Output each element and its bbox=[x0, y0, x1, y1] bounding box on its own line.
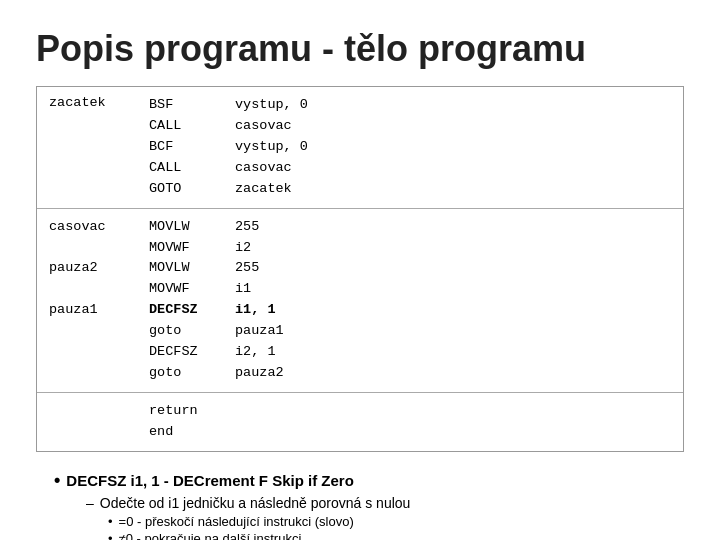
keyword: BCF bbox=[149, 137, 219, 158]
operand: pauza1 bbox=[235, 321, 284, 342]
instr-line: goto pauza1 bbox=[149, 321, 671, 342]
operand: vystup, 0 bbox=[235, 95, 308, 116]
instr-line: MOVLW 255 bbox=[149, 258, 671, 279]
keyword: MOVWF bbox=[149, 279, 219, 300]
instr-line: MOVLW 255 bbox=[149, 217, 671, 238]
keyword: DECFSZ bbox=[149, 300, 219, 321]
instr-line-bold: DECFSZ i1, 1 bbox=[149, 300, 671, 321]
label-empty bbox=[49, 401, 149, 443]
instr-line: end bbox=[149, 422, 671, 443]
instr-line: MOVWF i2 bbox=[149, 238, 671, 259]
keyword: MOVWF bbox=[149, 238, 219, 259]
bullet-main: DECFSZ i1, 1 - DECrement F Skip if Zero bbox=[54, 470, 684, 491]
keyword: return bbox=[149, 401, 219, 422]
keyword: CALL bbox=[149, 116, 219, 137]
sub-bullet-text: Odečte od i1 jedničku a následně porovná… bbox=[100, 495, 411, 511]
code-table: zacatek BSF vystup, 0 CALL casovac BCF v… bbox=[36, 86, 684, 452]
keyword: DECFSZ bbox=[149, 342, 219, 363]
label-pauza1: pauza1 bbox=[49, 300, 149, 321]
instr-line: BCF vystup, 0 bbox=[149, 137, 671, 158]
operand: zacatek bbox=[235, 179, 292, 200]
keyword: goto bbox=[149, 321, 219, 342]
label-zacatek: zacatek bbox=[49, 95, 149, 200]
operand: pauza2 bbox=[235, 363, 284, 384]
instructions-casovac-block: MOVLW 255 MOVWF i2 MOVLW 255 MOVWF i1 bbox=[149, 217, 671, 384]
instr-line: return bbox=[149, 401, 671, 422]
keyword: CALL bbox=[149, 158, 219, 179]
labels-col: casovac pauza2 pauza1 bbox=[49, 217, 149, 384]
operand: i2, 1 bbox=[235, 342, 276, 363]
keyword: GOTO bbox=[149, 179, 219, 200]
operand: i2 bbox=[235, 238, 251, 259]
sub-bullet: Odečte od i1 jedničku a následně porovná… bbox=[86, 495, 684, 511]
slide: Popis programu - tělo programu zacatek B… bbox=[0, 0, 720, 540]
operand: casovac bbox=[235, 158, 292, 179]
keyword: end bbox=[149, 422, 219, 443]
instr-line: CALL casovac bbox=[149, 158, 671, 179]
keyword: goto bbox=[149, 363, 219, 384]
instr-line: goto pauza2 bbox=[149, 363, 671, 384]
instructions-end: return end bbox=[149, 401, 671, 443]
instr-line: GOTO zacatek bbox=[149, 179, 671, 200]
label-casovac: casovac bbox=[49, 217, 149, 238]
keyword: MOVLW bbox=[149, 217, 219, 238]
bullet-main-text: DECFSZ i1, 1 - DECrement F Skip if Zero bbox=[66, 472, 354, 489]
instr-line: BSF vystup, 0 bbox=[149, 95, 671, 116]
bottom-section: DECFSZ i1, 1 - DECrement F Skip if Zero … bbox=[36, 470, 684, 540]
content-area: zacatek BSF vystup, 0 CALL casovac BCF v… bbox=[36, 86, 684, 540]
instructions-zacatek: BSF vystup, 0 CALL casovac BCF vystup, 0… bbox=[149, 95, 671, 200]
sub-sub-bullet-1: =0 - přeskočí následující instrukci (slo… bbox=[108, 514, 684, 529]
keyword: MOVLW bbox=[149, 258, 219, 279]
code-section-zacatek: zacatek BSF vystup, 0 CALL casovac BCF v… bbox=[37, 87, 683, 209]
operand: i1, 1 bbox=[235, 300, 276, 321]
code-section-end: return end bbox=[37, 393, 683, 451]
instr-line: MOVWF i1 bbox=[149, 279, 671, 300]
sub-sub-text-1: =0 - přeskočí následující instrukci (slo… bbox=[119, 514, 354, 529]
keyword: BSF bbox=[149, 95, 219, 116]
sub-sub-bullet-2: ≠0 - pokračuje na další instrukci bbox=[108, 531, 684, 540]
instr-line: DECFSZ i2, 1 bbox=[149, 342, 671, 363]
operand: casovac bbox=[235, 116, 292, 137]
label-empty bbox=[49, 321, 149, 384]
operand: vystup, 0 bbox=[235, 137, 308, 158]
label-pauza2: pauza2 bbox=[49, 258, 149, 279]
slide-title: Popis programu - tělo programu bbox=[36, 28, 684, 70]
operand: i1 bbox=[235, 279, 251, 300]
operand: 255 bbox=[235, 217, 259, 238]
code-section-casovac: casovac pauza2 pauza1 MOVLW 255 MOVWF i2 bbox=[37, 209, 683, 393]
instr-line: CALL casovac bbox=[149, 116, 671, 137]
operand: 255 bbox=[235, 258, 259, 279]
sub-sub-text-2: ≠0 - pokračuje na další instrukci bbox=[119, 531, 302, 540]
